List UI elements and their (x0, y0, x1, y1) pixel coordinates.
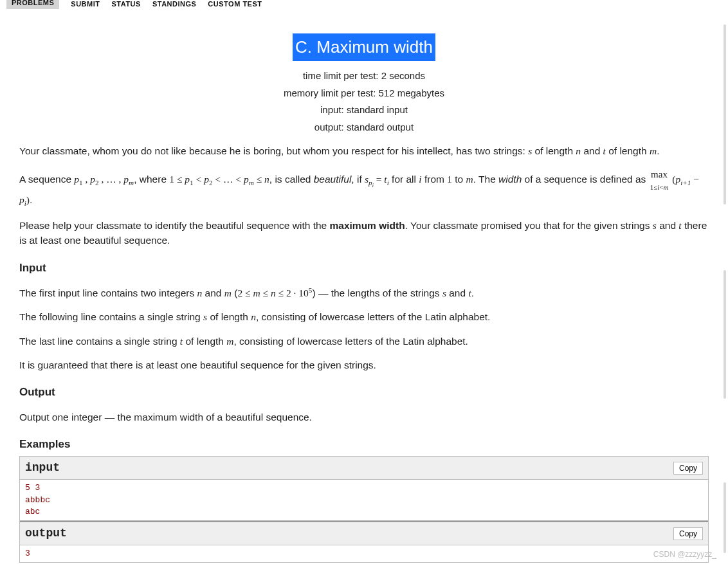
tab-problems[interactable]: PROBLEMS (6, 0, 59, 9)
copy-button-input[interactable]: Copy (673, 462, 703, 475)
output-p: Output one integer — the maximum width o… (19, 410, 709, 424)
input-p3: The last line contains a single string t… (19, 334, 709, 349)
meta-input: input: standard input (19, 103, 709, 118)
scroll-rail-3 (723, 482, 726, 553)
meta-time: time limit per test: 2 seconds (19, 69, 709, 84)
paragraph-2: A sequence p1 , p2 , … , pm, where 1 ≤ p… (19, 167, 709, 209)
input-p2: The following line contains a single str… (19, 309, 709, 324)
problem-title: C. Maximum width (293, 33, 435, 61)
example-output-box: output Copy 3 (19, 521, 709, 563)
tab-standings[interactable]: STANDINGS (152, 0, 196, 9)
watermark-text: CSDN @zzzyyzz_ (653, 549, 716, 560)
example-input-label: input (25, 459, 60, 477)
output-heading: Output (19, 384, 709, 401)
problem-meta: time limit per test: 2 seconds memory li… (19, 69, 709, 134)
tab-customtest[interactable]: CUSTOM TEST (208, 0, 262, 9)
scroll-rail-1 (723, 24, 726, 205)
paragraph-1: Your classmate, whom you do not like bec… (19, 143, 709, 158)
example-input-data: 5 3 abbbc abc (20, 480, 708, 520)
top-nav: PROBLEMS SUBMIT STATUS STANDINGS CUSTOM … (0, 0, 728, 9)
input-p4: It is guaranteed that there is at least … (19, 358, 709, 372)
example-input-box: input Copy 5 3 abbbc abc (19, 456, 709, 521)
input-heading: Input (19, 260, 709, 277)
example-output-label: output (25, 525, 67, 542)
meta-memory: memory limit per test: 512 megabytes (19, 86, 709, 101)
paragraph-3: Please help your classmate to identify t… (19, 218, 709, 248)
example-output-data: 3 (20, 545, 708, 562)
input-p1: The first input line contains two intege… (19, 285, 709, 300)
tab-status[interactable]: STATUS (112, 0, 141, 9)
meta-output: output: standard output (19, 120, 709, 135)
examples-heading: Examples (19, 436, 709, 453)
tab-submit[interactable]: SUBMIT (71, 0, 100, 9)
scroll-rail-2 (723, 270, 726, 399)
problem-content: C. Maximum width time limit per test: 2 … (0, 9, 728, 563)
copy-button-output[interactable]: Copy (673, 527, 703, 540)
